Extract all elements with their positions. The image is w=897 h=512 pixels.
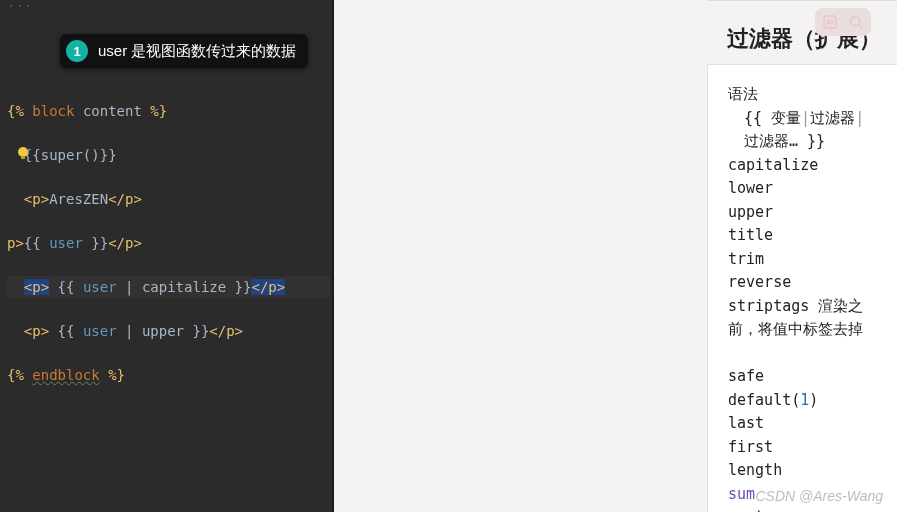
svg-point-0	[18, 147, 28, 157]
filter-name: trim	[728, 248, 877, 272]
collapsed-line-ellipsis: ...	[7, 0, 32, 10]
filter-name: reverse	[728, 271, 877, 295]
syntax-line: {{ 变量|过滤器|过滤器… }}	[728, 107, 877, 154]
filter-name: first	[728, 436, 877, 460]
annotation-badge: 1	[66, 40, 88, 62]
blank-line	[728, 342, 877, 366]
document-panel: 过滤器（扩展） 语法 {{ 变量|过滤器|过滤器… }} capitalize …	[334, 0, 897, 512]
syntax-label: 语法	[728, 83, 877, 107]
code-line: <p> {{ user | upper }}</p>	[7, 320, 330, 342]
svg-rect-1	[21, 156, 25, 159]
code-line: {{super()}}	[7, 144, 330, 166]
toolbar-actions[interactable]	[815, 8, 871, 36]
code-editor-panel: ... 1 user 是视图函数传过来的数据 {% block content …	[0, 0, 334, 512]
code-line: p>{{ user }}</p>	[7, 232, 330, 254]
filter-name: upper	[728, 201, 877, 225]
code-line: {% block content %}	[7, 100, 330, 122]
code-area[interactable]: {% block content %} {{super()}} <p>AresZ…	[7, 78, 330, 430]
watermark: CSDN @Ares-Wang	[755, 488, 883, 504]
filter-name: lower	[728, 177, 877, 201]
code-line-selected: <p> {{ user | capitalize }}</p>	[7, 276, 330, 298]
document-text: 语法 {{ 变量|过滤器|过滤器… }} capitalize lower up…	[708, 65, 897, 512]
search-icon	[846, 12, 866, 32]
svg-line-4	[859, 25, 863, 29]
annotation-text: user 是视图函数传过来的数据	[98, 42, 296, 61]
filter-name: title	[728, 224, 877, 248]
filter-name: striptags 渲染之前，将值中标签去掉	[728, 295, 877, 342]
filter-name: safe	[728, 365, 877, 389]
filter-name: sort	[728, 506, 877, 512]
document-body: 语法 {{ 变量|过滤器|过滤器… }} capitalize lower up…	[707, 64, 897, 512]
filter-name: capitalize	[728, 154, 877, 178]
annotation-tooltip: 1 user 是视图函数传过来的数据	[60, 34, 308, 68]
filter-name: last	[728, 412, 877, 436]
lightbulb-icon[interactable]	[15, 145, 31, 161]
code-line: {% endblock %}	[7, 364, 330, 386]
svg-point-3	[851, 17, 860, 26]
filter-name: default(1)	[728, 389, 877, 413]
filter-name: length	[728, 459, 877, 483]
ai-icon	[820, 12, 840, 32]
code-line: <p>AresZEN</p>	[7, 188, 330, 210]
